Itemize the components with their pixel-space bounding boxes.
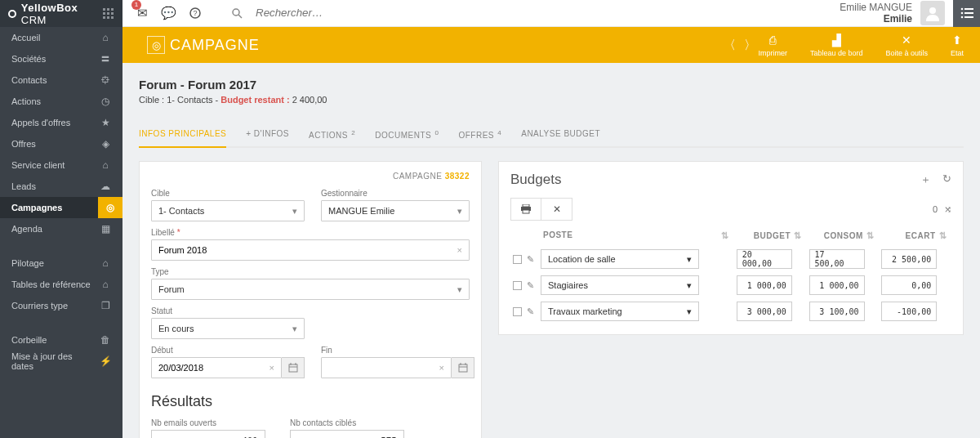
fin-input[interactable]: ×	[321, 357, 452, 378]
svg-rect-4	[107, 12, 109, 15]
svg-rect-1	[107, 8, 109, 11]
imprimer-button[interactable]: ⎙Imprimer	[758, 34, 787, 57]
calendar-button[interactable]	[282, 357, 305, 378]
sidebar-item-actions[interactable]: Actions◷	[0, 91, 122, 112]
row-checkbox[interactable]	[513, 281, 522, 290]
clear-icon[interactable]: ×	[439, 363, 444, 373]
main-info-card: CAMPAGNE 38322 Cible 1- Contacts▾ Gestio…	[139, 161, 482, 438]
edit-icon[interactable]: ✎	[527, 254, 534, 265]
col-consom[interactable]: CONSOM⇅	[807, 226, 880, 246]
chat-icon[interactable]: 💬	[161, 6, 176, 20]
sidebar-item-campagnes[interactable]: Campagnes◎	[0, 197, 122, 218]
clear-icon[interactable]: ×	[270, 363, 274, 373]
tableau-de-bord-button[interactable]: ▟Tableau de bord	[810, 34, 863, 57]
search-box[interactable]	[232, 3, 367, 23]
bolt-icon: ⚡	[96, 355, 114, 367]
etat-button[interactable]: ⬆Etat	[951, 34, 964, 57]
tab-offres[interactable]: OFFRES 4	[458, 123, 501, 146]
clear-icon[interactable]: ×	[457, 245, 462, 255]
mail-icon[interactable]: ✉1	[137, 6, 148, 20]
budget-cell[interactable]: 20 000,00	[737, 249, 792, 269]
libelle-input[interactable]: ×	[151, 239, 470, 261]
sidebar-item-offres[interactable]: Offres◈	[0, 133, 122, 154]
sidebar-item-pilotage[interactable]: Pilotage⌂	[0, 253, 122, 274]
budget-cell[interactable]: 1 000,00	[737, 275, 792, 295]
row-checkbox[interactable]	[513, 307, 522, 316]
tools-button[interactable]: ✕	[541, 198, 572, 221]
page-subtitle: Cible : 1- Contacts - Budget restant : 2…	[139, 95, 964, 105]
ecart-cell[interactable]: -100,00	[881, 302, 937, 321]
calendar-button[interactable]	[452, 357, 474, 378]
tab-analyse-budget[interactable]: ANALYSE BUDGET	[521, 123, 600, 146]
campaign-bar: ◎ CAMPAGNE 〈 〉 ⎙Imprimer▟Tableau de bord…	[122, 27, 980, 63]
col-budget[interactable]: BUDGET⇅	[734, 226, 807, 246]
row-checkbox[interactable]	[513, 255, 522, 264]
svg-point-11	[233, 9, 239, 16]
sidebar-item-corbeille[interactable]: Corbeille🗑	[0, 329, 122, 351]
sidebar-item-soci-t-s[interactable]: Sociétés〓	[0, 48, 122, 69]
sidebar-item-label: Campagnes	[11, 203, 62, 212]
avatar[interactable]	[920, 1, 945, 25]
res-label-emails: Nb emails ouverts	[151, 418, 265, 427]
help-icon[interactable]: ?	[189, 7, 201, 19]
consom-cell[interactable]: 1 000,00	[809, 275, 865, 295]
file-icon: ❐	[96, 300, 114, 311]
user-block[interactable]: Emilie MANGUE Emilie	[840, 0, 980, 27]
consom-cell[interactable]: 17 500,00	[809, 249, 865, 269]
sidebar-item-appels-d-offres[interactable]: Appels d'offres★	[0, 112, 122, 133]
res-value-contacts[interactable]: 575	[290, 430, 404, 438]
edit-icon[interactable]: ✎	[527, 280, 534, 291]
sidebar-item-contacts[interactable]: Contacts⯐	[0, 69, 122, 91]
budget-cell[interactable]: 3 000,00	[737, 302, 792, 321]
consom-cell[interactable]: 3 100,00	[809, 302, 865, 321]
tab-infos-principales[interactable]: INFOS PRINCIPALES	[139, 123, 226, 148]
sidebar-item-leads[interactable]: Leads☁	[0, 176, 122, 197]
ecart-cell[interactable]: 0,00	[881, 275, 937, 295]
next-record-button[interactable]: 〉	[744, 38, 756, 53]
poste-select[interactable]: Location de salle▾	[541, 249, 699, 269]
statut-select[interactable]: En cours▾	[151, 318, 305, 339]
boite-outils-button[interactable]: ✕Boite à outils	[885, 34, 928, 57]
gestionnaire-select[interactable]: MANGUE Emilie▾	[321, 200, 470, 221]
list-view-button[interactable]	[953, 0, 980, 27]
sidebar-item-accueil[interactable]: Accueil⌂	[0, 27, 122, 48]
sidebar-item-mise-jour-des-dates[interactable]: Mise à jour des dates⚡	[0, 351, 122, 372]
type-select[interactable]: Forum▾	[151, 279, 470, 300]
field-label-libelle: Libellé *	[151, 228, 470, 237]
res-value-emails[interactable]: 401	[151, 430, 265, 438]
svg-rect-5	[111, 12, 114, 15]
print-button[interactable]	[510, 198, 541, 221]
poste-select[interactable]: Stagiaires▾	[541, 275, 699, 295]
debut-input[interactable]: ×	[151, 357, 282, 378]
col-ecart[interactable]: ECART⇅	[879, 226, 951, 246]
search-input[interactable]	[252, 3, 367, 23]
edit-icon[interactable]: ✎	[527, 306, 534, 317]
refresh-budget-button[interactable]: ↻	[942, 172, 951, 187]
cible-select[interactable]: 1- Contacts▾	[151, 200, 305, 221]
poste-select[interactable]: Travaux marketing▾	[541, 302, 699, 321]
svg-text:?: ?	[193, 9, 197, 17]
prev-record-button[interactable]: 〈	[724, 38, 736, 53]
ecart-cell[interactable]: 2 500,00	[881, 249, 937, 269]
sidebar-item-service-client[interactable]: Service client⌂	[0, 154, 122, 176]
shuffle-icon[interactable]: ⤨	[944, 204, 951, 215]
svg-rect-30	[523, 210, 529, 213]
field-label-type: Type	[151, 267, 470, 276]
add-budget-button[interactable]: ＋	[920, 172, 931, 187]
apps-grid-icon[interactable]	[103, 8, 114, 20]
brand-text: YellowBox CRM	[21, 2, 103, 26]
sidebar-item-label: Agenda	[11, 224, 42, 234]
sidebar-item-courriers-type[interactable]: Courriers type❐	[0, 295, 122, 316]
results-heading: Résultats	[151, 393, 470, 410]
tab--d-infos[interactable]: + D'INFOS	[246, 123, 289, 146]
svg-point-14	[960, 8, 963, 11]
sidebar-item-agenda[interactable]: Agenda▦	[0, 218, 122, 239]
table-row: ✎Location de salle▾20 000,0017 500,002 5…	[510, 246, 951, 272]
svg-line-12	[238, 15, 242, 18]
tab-documents[interactable]: DOCUMENTS 0	[375, 123, 439, 146]
sidebar-item-tables-de-r-f-rence[interactable]: Tables de référence⌂	[0, 274, 122, 295]
tab-actions[interactable]: ACTIONS 2	[309, 123, 355, 146]
col-poste[interactable]: POSTE⇅	[538, 226, 734, 246]
page-module-title: CAMPAGNE	[170, 37, 260, 54]
svg-rect-20	[289, 364, 297, 372]
